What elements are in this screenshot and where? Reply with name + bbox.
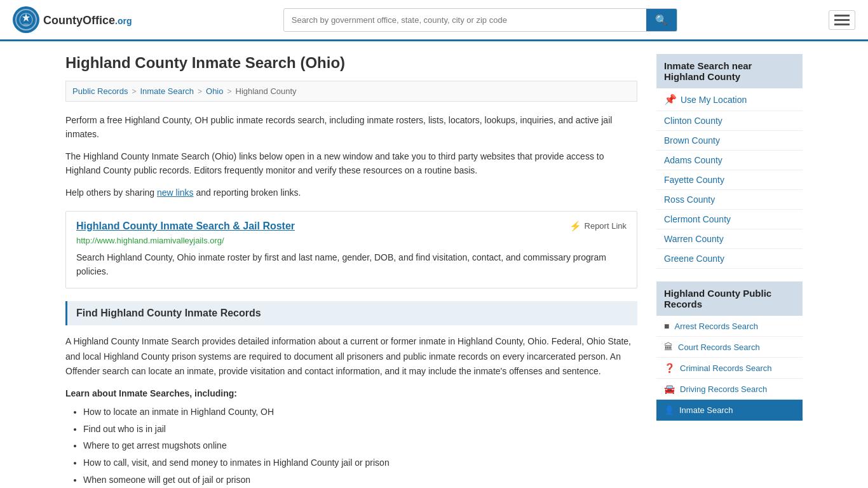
third-party-paragraph: The Highland County Inmate Search (Ohio)… xyxy=(65,149,637,178)
sidebar-county-item[interactable]: Ross County xyxy=(656,190,803,210)
breadcrumb-inmate-search[interactable]: Inmate Search xyxy=(140,86,194,96)
sidebar-driving-records-search[interactable]: 🚘Driving Records Search xyxy=(656,379,803,400)
sidebar-county-item[interactable]: Clinton County xyxy=(656,111,803,131)
share-note: Help others by sharing new links and rep… xyxy=(65,186,637,200)
svg-point-2 xyxy=(23,24,29,26)
search-input[interactable] xyxy=(284,10,646,30)
resource-desc: Search Highland County, Ohio inmate rost… xyxy=(76,250,627,279)
bullet-item: Where to get arrest mugshots online xyxy=(83,437,637,454)
page-title: Highland County Inmate Search (Ohio) xyxy=(65,54,637,72)
breadcrumb-current: Highland County xyxy=(236,86,297,96)
sidebar-county-item[interactable]: Greene County xyxy=(656,249,803,269)
share-pre: Help others by sharing xyxy=(65,187,157,198)
bullets-list: How to locate an inmate in Highland Coun… xyxy=(65,403,637,488)
use-location-label: Use My Location xyxy=(681,95,747,105)
record-icon: ❓ xyxy=(664,363,675,373)
logo-text: CountyOffice.org xyxy=(43,13,132,27)
report-icon: ⚡ xyxy=(569,220,581,232)
sidebar-county-item[interactable]: Adams County xyxy=(656,151,803,170)
logo-text-group: CountyOffice.org xyxy=(43,13,132,27)
record-icon: 🚘 xyxy=(664,384,675,394)
find-section: Find Highland County Inmate Records A Hi… xyxy=(65,301,637,488)
bc-sep-2: > xyxy=(198,87,202,96)
inmate-icon: 👤 xyxy=(664,405,674,415)
main-container: Highland County Inmate Search (Ohio) Pub… xyxy=(53,41,815,488)
search-icon: 🔍 xyxy=(655,15,668,25)
resource-card-header: Highland County Inmate Search & Jail Ros… xyxy=(76,220,627,232)
hamburger-line-1 xyxy=(834,15,850,17)
sidebar-county-item[interactable]: Warren County xyxy=(656,229,803,249)
public-records-links: ■Arrest Records Search🏛Court Records Sea… xyxy=(656,316,803,421)
bullet-item: How to call, visit, and send money to in… xyxy=(83,454,637,471)
breadcrumb: Public Records > Inmate Search > Ohio > … xyxy=(65,81,637,102)
inmate-label: Inmate Search xyxy=(679,405,733,415)
sidebar-public-records-title: Highland County Public Records xyxy=(656,281,803,316)
sidebar-nearby-title: Inmate Search near Highland County xyxy=(656,54,803,88)
sidebar-court-records-search[interactable]: 🏛Court Records Search xyxy=(656,337,803,358)
county-links: Clinton CountyBrown CountyAdams CountyFa… xyxy=(656,111,803,269)
hamburger-line-3 xyxy=(834,24,850,25)
breadcrumb-ohio[interactable]: Ohio xyxy=(206,86,223,96)
hamburger-menu-button[interactable] xyxy=(829,10,855,30)
sidebar-county-item[interactable]: Clermont County xyxy=(656,210,803,229)
content-area: Highland County Inmate Search (Ohio) Pub… xyxy=(65,54,637,488)
svg-point-1 xyxy=(20,13,32,26)
find-section-text: A Highland County Inmate Search provides… xyxy=(65,334,637,379)
report-link-button[interactable]: ⚡ Report Link xyxy=(569,220,627,232)
share-post: and reporting broken links. xyxy=(194,187,301,198)
learn-bold: Learn about Inmate Searches, including: xyxy=(65,388,637,398)
sidebar-county-item[interactable]: Brown County xyxy=(656,131,803,151)
report-label: Report Link xyxy=(585,221,627,231)
intro-paragraph: Perform a free Highland County, OH publi… xyxy=(65,113,637,142)
search-button[interactable]: 🔍 xyxy=(646,9,677,31)
sidebar-county-item[interactable]: Fayette County xyxy=(656,170,803,190)
logo-area: CountyOffice.org xyxy=(13,6,132,33)
logo-icon xyxy=(13,6,39,33)
record-label: Driving Records Search xyxy=(680,384,767,394)
bc-sep-1: > xyxy=(132,87,136,96)
new-links-link[interactable]: new links xyxy=(157,187,194,198)
logo-org: .org xyxy=(115,16,132,26)
resource-title[interactable]: Highland County Inmate Search & Jail Ros… xyxy=(76,220,295,232)
hamburger-line-2 xyxy=(834,19,850,21)
svg-point-0 xyxy=(18,12,34,27)
bullet-item: How to locate an inmate in Highland Coun… xyxy=(83,403,637,421)
sidebar-criminal-records-search[interactable]: ❓Criminal Records Search xyxy=(656,358,803,379)
find-section-header: Find Highland County Inmate Records xyxy=(65,301,637,325)
sidebar-inmate-search-link[interactable]: 👤Inmate Search xyxy=(656,400,803,421)
sidebar: Inmate Search near Highland County 📌 Use… xyxy=(656,54,803,488)
record-icon: 🏛 xyxy=(664,342,673,352)
resource-url[interactable]: http://www.highland.miamivalleyjails.org… xyxy=(76,236,627,245)
bc-sep-3: > xyxy=(227,87,231,96)
record-label: Arrest Records Search xyxy=(674,322,758,331)
search-bar: 🔍 xyxy=(283,8,677,32)
use-location-item[interactable]: 📌 Use My Location xyxy=(656,88,803,111)
record-label: Criminal Records Search xyxy=(680,363,772,373)
breadcrumb-public-records[interactable]: Public Records xyxy=(72,86,128,96)
logo-brand: CountyOffice xyxy=(43,14,115,27)
resource-card: Highland County Inmate Search & Jail Ros… xyxy=(65,211,637,288)
bullet-item: When someone will get out of jail or pri… xyxy=(83,471,637,489)
sidebar-arrest-records-search[interactable]: ■Arrest Records Search xyxy=(656,316,803,337)
sidebar-public-records-section: Highland County Public Records ■Arrest R… xyxy=(656,281,803,421)
pin-icon: 📌 xyxy=(664,93,677,105)
header: CountyOffice.org 🔍 xyxy=(0,0,868,41)
sidebar-nearby-section: Inmate Search near Highland County 📌 Use… xyxy=(656,54,803,269)
record-icon: ■ xyxy=(664,321,669,331)
record-label: Court Records Search xyxy=(678,342,760,352)
bullet-item: Find out who is in jail xyxy=(83,421,637,438)
